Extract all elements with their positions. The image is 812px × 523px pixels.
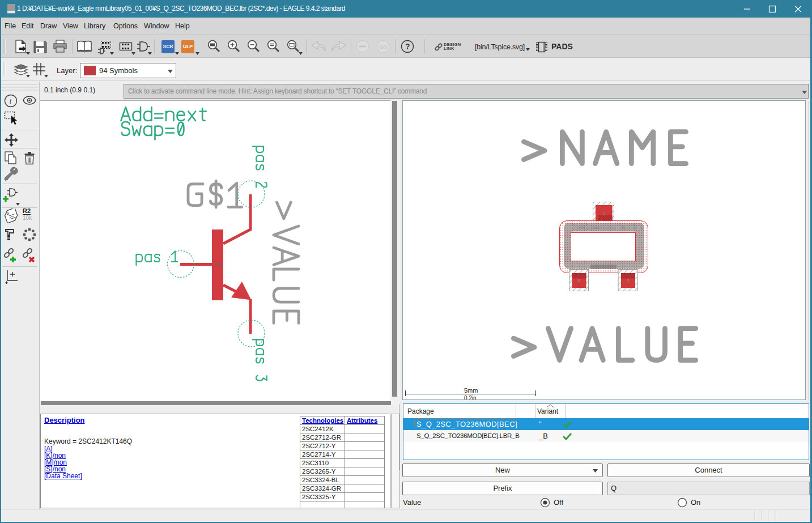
svg-text:i: i	[10, 97, 12, 105]
svg-text:?: ?	[405, 42, 410, 51]
svg-text:5mm: 5mm	[464, 387, 478, 394]
svg-text:GO: GO	[379, 44, 387, 50]
svg-text:B: B	[577, 278, 580, 283]
svg-text:C: C	[602, 211, 605, 216]
svg-text:E: E	[627, 278, 630, 283]
svg-text:0.2in: 0.2in	[464, 395, 477, 399]
